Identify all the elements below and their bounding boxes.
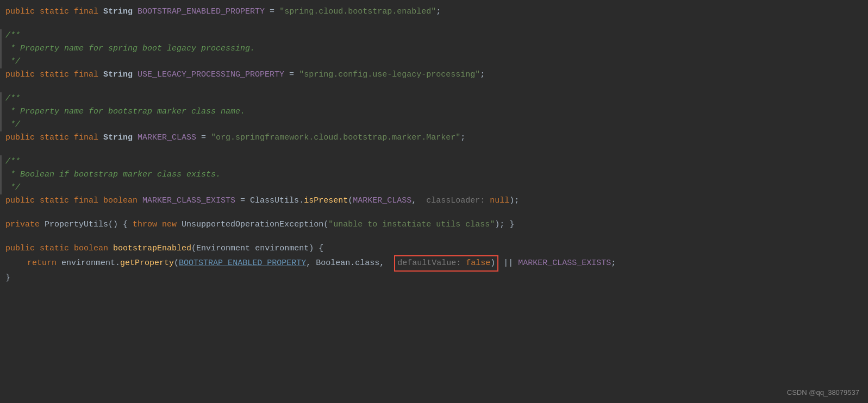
keyword: static (40, 68, 74, 81)
code-editor: public static final String BOOTSTRAP_ENA… (0, 0, 868, 403)
constant: BOOTSTRAP_ENABLED_PROPERTY (138, 5, 265, 18)
punctuation: ; (460, 131, 465, 144)
param-name: environment (255, 242, 309, 255)
constant: MARKER_CLASS_EXISTS (142, 194, 235, 207)
punctuation: ); (509, 194, 519, 207)
keyword: public (5, 68, 40, 81)
keyword: private (5, 218, 45, 231)
keyword: false (466, 259, 490, 268)
code-line: public static final boolean MARKER_CLASS… (0, 194, 868, 207)
code-line: return environment.getProperty(BOOTSTRAP… (0, 255, 868, 272)
punctuation: ) { (309, 242, 323, 255)
code-line: public static boolean bootstrapEnabled(E… (0, 242, 868, 255)
punctuation: ( (323, 218, 328, 231)
code-line: public static final String MARKER_CLASS … (0, 131, 868, 144)
keyword: public (5, 242, 40, 255)
string-literal: "unable to instatiate utils class" (328, 218, 495, 231)
code-comment: /** (0, 155, 868, 168)
param-hint: defaultValue: (397, 259, 466, 268)
keyword: static (40, 194, 74, 207)
punctuation: , (306, 257, 316, 270)
keyword: null (490, 194, 509, 207)
code-line: public static final String USE_LEGACY_PR… (0, 68, 868, 81)
class-name: UnsupportedOperationException (182, 218, 323, 231)
punctuation: ( (191, 242, 196, 255)
comment-text: /** (5, 155, 20, 168)
type: String (103, 131, 138, 144)
string-literal: "spring.cloud.bootstrap.enabled" (279, 5, 436, 18)
constant: USE_LEGACY_PROCESSING_PROPERTY (138, 68, 284, 81)
punctuation: ) (490, 259, 495, 268)
keyword: static (40, 5, 74, 18)
keyword: final (74, 5, 103, 18)
punctuation: . (115, 257, 120, 270)
type: String (103, 5, 138, 18)
comment-text: * Property name for bootstrap marker cla… (5, 105, 245, 118)
operator: = (235, 194, 250, 207)
operator: || (498, 257, 518, 270)
keyword: final (74, 68, 103, 81)
code-line: } (0, 272, 868, 285)
punctuation: } (5, 272, 10, 285)
variable: environment (61, 257, 115, 270)
punctuation: ( (348, 194, 353, 207)
type: String (103, 68, 138, 81)
code-comment: /** (0, 92, 868, 105)
code-comment: * Boolean if bootstrap marker class exis… (0, 168, 868, 181)
code-comment: * Property name for bootstrap marker cla… (0, 105, 868, 118)
method-name: bootstrapEnabled (113, 242, 191, 255)
code-comment: */ (0, 118, 868, 131)
punctuation: ( (174, 257, 179, 270)
operator: = (284, 68, 299, 81)
punctuation: () { (108, 218, 133, 231)
punctuation: ; (611, 257, 616, 270)
class-name: class (355, 257, 379, 270)
red-box-highlight: defaultValue: false) (394, 255, 498, 272)
punctuation: . (299, 194, 304, 207)
code-line-empty (0, 207, 868, 218)
keyword: boolean (74, 242, 113, 255)
keyword: throw (133, 218, 162, 231)
keyword: static (40, 242, 74, 255)
code-line-empty (0, 231, 868, 242)
keyword: new (162, 218, 182, 231)
param-hint: classLoader: (426, 194, 490, 207)
code-comment: * Property name for spring boot legacy p… (0, 42, 868, 55)
code-line-empty (0, 18, 868, 29)
comment-text: * Property name for spring boot legacy p… (5, 42, 255, 55)
string-literal: "org.springframework.cloud.bootstrap.mar… (211, 131, 460, 144)
keyword: public (5, 5, 40, 18)
constant: MARKER_CLASS_EXISTS (518, 257, 611, 270)
punctuation: , (379, 257, 394, 270)
keyword: public (5, 131, 40, 144)
code-comment: */ (0, 55, 868, 68)
keyword: return (27, 257, 61, 270)
comment-text: /** (5, 29, 20, 42)
punctuation: , (411, 194, 426, 207)
punctuation: ); } (495, 218, 514, 231)
punctuation: ; (436, 5, 441, 18)
code-comment: /** (0, 29, 868, 42)
class-name: Boolean (316, 257, 350, 270)
class-name: ClassUtils (250, 194, 299, 207)
constant: MARKER_CLASS (353, 194, 411, 207)
operator: = (265, 5, 279, 18)
keyword: boolean (103, 194, 142, 207)
class-name: PropertyUtils (45, 218, 108, 231)
code-line-empty (0, 81, 868, 92)
code-line-empty (0, 144, 868, 155)
operator: = (196, 131, 211, 144)
comment-text: */ (5, 118, 20, 131)
punctuation: . (350, 257, 355, 270)
comment-text: /** (5, 92, 20, 105)
watermark: CSDN @qq_38079537 (787, 387, 859, 399)
code-line: private PropertyUtils() { throw new Unsu… (0, 218, 868, 231)
comment-text: */ (5, 181, 20, 194)
code-comment: */ (0, 181, 868, 194)
keyword: final (74, 194, 103, 207)
comment-text: * Boolean if bootstrap marker class exis… (5, 168, 221, 181)
class-name: Environment (196, 242, 255, 255)
keyword: final (74, 131, 103, 144)
string-literal: "spring.config.use-legacy-processing" (299, 68, 480, 81)
punctuation: ; (480, 68, 485, 81)
